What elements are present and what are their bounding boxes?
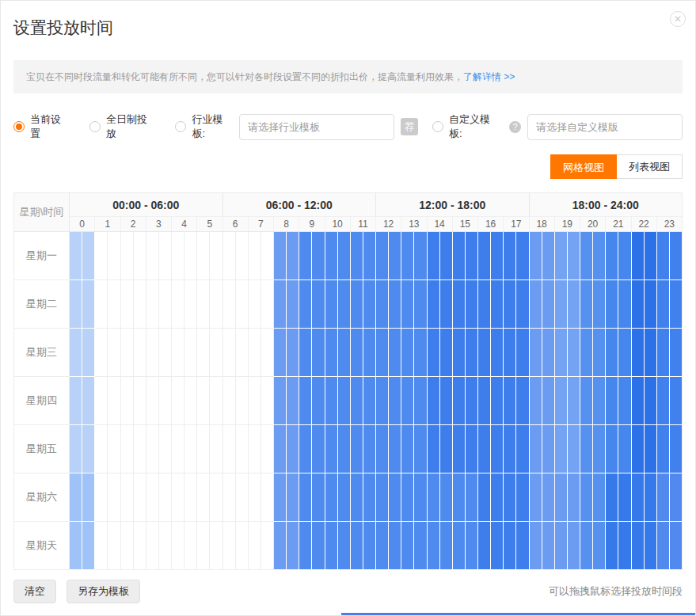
schedule-cell[interactable] (159, 329, 172, 377)
schedule-cell[interactable] (299, 425, 312, 473)
schedule-cell[interactable] (504, 425, 516, 473)
schedule-cell[interactable] (159, 473, 172, 522)
schedule-cell[interactable] (351, 522, 363, 570)
radio-button-icon[interactable] (89, 121, 101, 132)
schedule-cell[interactable] (236, 377, 249, 425)
schedule-cell[interactable] (670, 473, 682, 522)
schedule-cell[interactable] (504, 280, 516, 329)
schedule-cell[interactable] (146, 377, 159, 425)
schedule-cell[interactable] (197, 232, 210, 280)
schedule-cell[interactable] (376, 473, 389, 522)
schedule-cell[interactable] (632, 329, 645, 377)
schedule-cell[interactable] (95, 473, 108, 522)
schedule-cell[interactable] (670, 329, 682, 377)
schedule-cell[interactable] (401, 280, 414, 329)
schedule-cell[interactable] (606, 425, 618, 473)
schedule-cell[interactable] (580, 329, 593, 377)
schedule-cell[interactable] (632, 522, 645, 570)
schedule-cell[interactable] (299, 522, 312, 570)
schedule-cell[interactable] (82, 473, 95, 522)
schedule-cell[interactable] (325, 473, 338, 522)
schedule-cell[interactable] (184, 232, 197, 280)
schedule-cell[interactable] (530, 425, 542, 473)
schedule-cell[interactable] (657, 473, 670, 522)
close-icon[interactable]: ✕ (670, 11, 686, 27)
schedule-cell[interactable] (261, 522, 274, 570)
schedule-cell[interactable] (312, 473, 325, 522)
schedule-cell[interactable] (351, 232, 363, 280)
schedule-cell[interactable] (593, 377, 606, 425)
schedule-cell[interactable] (440, 329, 453, 377)
schedule-cell[interactable] (428, 425, 440, 473)
schedule-cell[interactable] (376, 425, 389, 473)
schedule-cell[interactable] (376, 280, 389, 329)
schedule-cell[interactable] (453, 280, 466, 329)
schedule-cell[interactable] (325, 329, 338, 377)
schedule-cell[interactable] (389, 522, 401, 570)
schedule-cell[interactable] (70, 329, 82, 377)
schedule-cell[interactable] (134, 522, 146, 570)
schedule-cell[interactable] (261, 280, 274, 329)
schedule-cell[interactable] (299, 280, 312, 329)
schedule-cell[interactable] (184, 522, 197, 570)
tab-grid-view[interactable]: 网格视图 (550, 154, 617, 179)
schedule-cell[interactable] (401, 232, 414, 280)
schedule-cell[interactable] (312, 232, 325, 280)
schedule-cell[interactable] (82, 232, 95, 280)
schedule-cell[interactable] (568, 425, 580, 473)
schedule-cell[interactable] (134, 425, 146, 473)
schedule-cell[interactable] (657, 522, 670, 570)
schedule-cell[interactable] (466, 473, 478, 522)
schedule-cell[interactable] (618, 280, 631, 329)
schedule-cell[interactable] (197, 522, 210, 570)
schedule-cell[interactable] (645, 329, 657, 377)
schedule-cell[interactable] (351, 329, 363, 377)
schedule-cell[interactable] (95, 522, 108, 570)
schedule-cell[interactable] (325, 522, 338, 570)
schedule-cell[interactable] (580, 425, 593, 473)
schedule-cell[interactable] (146, 473, 159, 522)
schedule-cell[interactable] (618, 377, 631, 425)
radio-button-icon[interactable] (175, 121, 186, 132)
schedule-cell[interactable] (504, 232, 516, 280)
schedule-cell[interactable] (504, 329, 516, 377)
schedule-cell[interactable] (261, 473, 274, 522)
schedule-cell[interactable] (249, 232, 261, 280)
schedule-cell[interactable] (363, 329, 376, 377)
schedule-cell[interactable] (287, 377, 299, 425)
schedule-cell[interactable] (389, 377, 401, 425)
schedule-cell[interactable] (325, 377, 338, 425)
schedule-cell[interactable] (542, 377, 555, 425)
schedule-cell[interactable] (338, 232, 351, 280)
schedule-cell[interactable] (121, 425, 134, 473)
schedule-cell[interactable] (82, 329, 95, 377)
schedule-cell[interactable] (376, 232, 389, 280)
schedule-cell[interactable] (428, 473, 440, 522)
schedule-cell[interactable] (108, 232, 120, 280)
schedule-cell[interactable] (363, 522, 376, 570)
schedule-cell[interactable] (466, 329, 478, 377)
schedule-cell[interactable] (210, 377, 222, 425)
schedule-cell[interactable] (146, 232, 159, 280)
schedule-cell[interactable] (491, 280, 504, 329)
schedule-cell[interactable] (95, 425, 108, 473)
schedule-cell[interactable] (312, 425, 325, 473)
schedule-cell[interactable] (159, 280, 172, 329)
schedule-cell[interactable] (351, 425, 363, 473)
schedule-cell[interactable] (121, 377, 134, 425)
schedule-cell[interactable] (555, 280, 568, 329)
schedule-cell[interactable] (210, 232, 222, 280)
schedule-cell[interactable] (159, 522, 172, 570)
schedule-cell[interactable] (555, 377, 568, 425)
schedule-cell[interactable] (261, 377, 274, 425)
schedule-cell[interactable] (236, 329, 249, 377)
schedule-cell[interactable] (478, 522, 491, 570)
schedule-cell[interactable] (632, 280, 645, 329)
schedule-cell[interactable] (530, 522, 542, 570)
schedule-cell[interactable] (121, 280, 134, 329)
schedule-cell[interactable] (249, 377, 261, 425)
schedule-cell[interactable] (338, 473, 351, 522)
schedule-cell[interactable] (504, 377, 516, 425)
schedule-cell[interactable] (428, 522, 440, 570)
schedule-cell[interactable] (197, 473, 210, 522)
